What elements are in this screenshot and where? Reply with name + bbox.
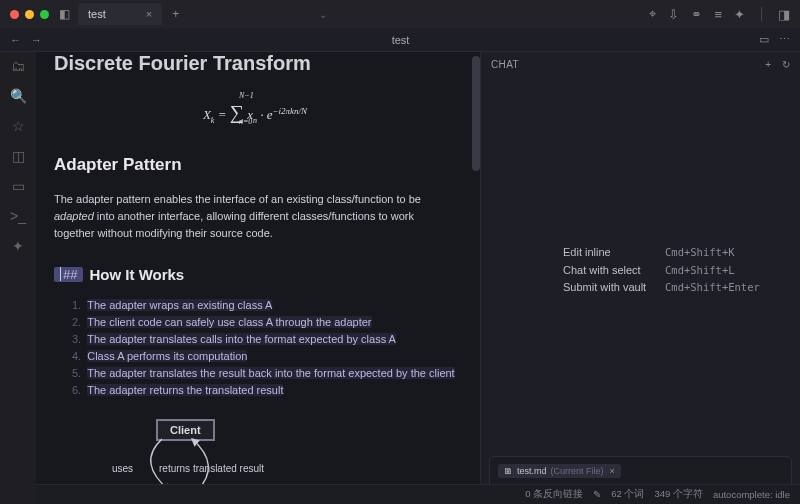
- page-title: Discrete Fourier Transform: [54, 52, 456, 75]
- tab-test[interactable]: test ×: [78, 3, 162, 25]
- compass-icon[interactable]: ⌖: [649, 6, 656, 22]
- status-backlinks[interactable]: 0 条反向链接: [525, 488, 583, 501]
- desc-em: adapted: [54, 210, 94, 222]
- status-bar: 0 条反向链接 ✎ 62 个词 349 个字符 autocomplete: id…: [36, 484, 800, 504]
- back-button[interactable]: ←: [10, 34, 21, 46]
- shortcut-label: Submit with vault: [563, 279, 655, 297]
- link-icon[interactable]: ⚭: [691, 7, 702, 22]
- file-icon: 🗎: [504, 466, 513, 476]
- maximize-window-icon[interactable]: [40, 10, 49, 19]
- shortcut-key: Cmd+Shift+Enter: [665, 279, 760, 297]
- section-heading-adapter: Adapter Pattern: [54, 155, 456, 175]
- section-heading-how-it-works: How It Works: [89, 266, 184, 283]
- list-item: 6.The adapter returns the translated res…: [72, 382, 456, 399]
- traffic-lights: [0, 10, 59, 19]
- list-item: 4.Class A performs its computation: [72, 348, 456, 365]
- attachment-name: test.md: [517, 466, 547, 476]
- graph-icon[interactable]: ◫: [12, 148, 25, 164]
- chat-title: CHAT: [491, 59, 519, 70]
- more-menu-icon[interactable]: ⋯: [779, 33, 790, 46]
- ai-icon[interactable]: ✦: [12, 238, 24, 254]
- shortcut-key: Cmd+Shift+K: [665, 244, 735, 262]
- diagram-label-returns: returns translated result: [159, 463, 264, 474]
- files-icon[interactable]: 🗂: [11, 58, 25, 74]
- editor-pane: Discrete Fourier Transform Xk = ∑ xn · e…: [36, 52, 480, 504]
- chat-shortcuts: Edit inlineCmd+Shift+K Chat with selectC…: [563, 244, 760, 297]
- status-chars[interactable]: 349 个字符: [654, 488, 703, 501]
- status-autocomplete[interactable]: autocomplete: idle: [713, 489, 790, 500]
- breadcrumb: test: [42, 34, 759, 46]
- editor-toolbar: ← → test ▭ ⋯: [0, 28, 800, 52]
- minimize-window-icon[interactable]: [25, 10, 34, 19]
- history-icon[interactable]: ↻: [782, 59, 790, 70]
- list-icon[interactable]: ≡: [714, 7, 722, 22]
- book-icon[interactable]: ▭: [759, 33, 769, 46]
- list-item: 3.The adapter translates calls into the …: [72, 331, 456, 348]
- tab-label: test: [88, 8, 106, 20]
- list-item: 1.The adapter wraps an existing class A: [72, 297, 456, 314]
- new-tab-button[interactable]: +: [172, 7, 179, 21]
- panel-toggle-icon[interactable]: ◨: [778, 7, 790, 22]
- search-icon[interactable]: 🔍: [10, 88, 27, 104]
- edit-icon[interactable]: ✎: [593, 489, 601, 500]
- bookmark-icon[interactable]: ☆: [12, 118, 25, 134]
- attachment-tag: (Current File): [551, 466, 604, 476]
- diagram-label-uses: uses: [112, 463, 133, 474]
- download-icon[interactable]: ⇩: [668, 7, 679, 22]
- document-body[interactable]: Discrete Fourier Transform Xk = ∑ xn · e…: [36, 52, 480, 504]
- scrollbar[interactable]: [472, 56, 480, 356]
- markdown-heading-marker[interactable]: ##: [54, 267, 83, 282]
- shortcut-key: Cmd+Shift+L: [665, 262, 735, 280]
- list-item: 2.The client code can safely use class A…: [72, 314, 456, 331]
- close-window-icon[interactable]: [10, 10, 19, 19]
- list-item: 5.The adapter translates the result back…: [72, 365, 456, 382]
- chat-panel: CHAT + ↻ Edit inlineCmd+Shift+K Chat wit…: [480, 52, 800, 504]
- desc-text-post: into another interface, allowing differe…: [54, 210, 414, 239]
- remove-attachment-icon[interactable]: ×: [610, 466, 615, 476]
- activity-bar: 🗂 🔍 ☆ ◫ ▭ >_ ✦: [0, 52, 36, 504]
- steps-list: 1.The adapter wraps an existing class A …: [54, 297, 456, 399]
- dropdown-icon[interactable]: ⌄: [319, 9, 327, 20]
- chat-attachment[interactable]: 🗎 test.md (Current File) ×: [498, 464, 621, 478]
- desc-text: The adapter pattern enables the interfac…: [54, 193, 421, 205]
- adapter-description: The adapter pattern enables the interfac…: [54, 191, 456, 242]
- layers-icon[interactable]: ▭: [12, 178, 25, 194]
- scroll-thumb[interactable]: [472, 56, 480, 171]
- shortcut-label: Chat with select: [563, 262, 655, 280]
- sidebar-toggle-icon[interactable]: ◧: [59, 7, 70, 21]
- sparkle-icon[interactable]: ✦: [734, 7, 745, 22]
- shortcut-label: Edit inline: [563, 244, 655, 262]
- close-tab-icon[interactable]: ×: [146, 8, 152, 20]
- new-chat-icon[interactable]: +: [765, 59, 771, 70]
- titlebar: ◧ test × + ⌄ ⌖ ⇩ ⚭ ≡ ✦ ◨: [0, 0, 800, 28]
- math-formula: Xk = ∑ xn · e−i2πkn/N N−1n=0: [54, 101, 456, 125]
- forward-button[interactable]: →: [31, 34, 42, 46]
- status-words[interactable]: 62 个词: [611, 488, 644, 501]
- command-icon[interactable]: >_: [10, 208, 26, 224]
- divider: [761, 7, 762, 21]
